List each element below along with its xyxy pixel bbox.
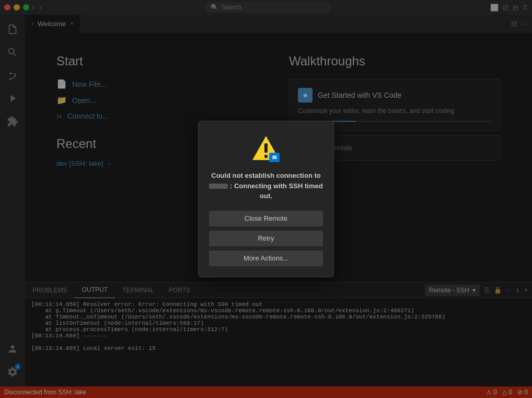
modal-overlay: ≋ Could not establish connection to : Co… <box>0 0 532 398</box>
svg-rect-2 <box>264 155 268 158</box>
more-actions-button[interactable]: More Actions... <box>209 251 323 266</box>
modal-message: Could not establish connection to : Conn… <box>209 170 323 201</box>
modal-icon: ≋ <box>251 134 281 163</box>
modal-title-text: Could not establish connection to : Conn… <box>209 172 322 200</box>
svg-rect-1 <box>264 143 268 153</box>
retry-button[interactable]: Retry <box>209 231 323 246</box>
svg-text:≋: ≋ <box>272 154 277 161</box>
close-remote-button[interactable]: Close Remote <box>209 211 323 226</box>
modal-dialog: ≋ Could not establish connection to : Co… <box>198 121 334 277</box>
